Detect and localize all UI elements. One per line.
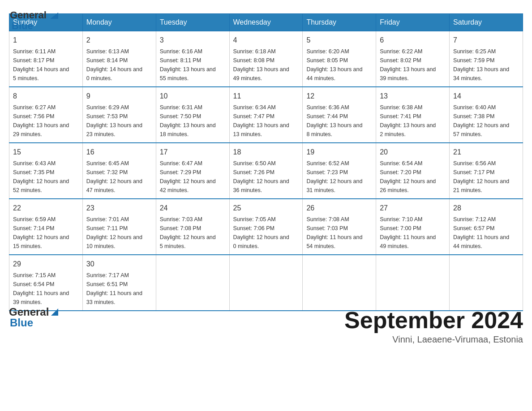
day-number: 17 [160,147,226,158]
calendar-day-cell: 14Sunrise: 6:40 AMSunset: 7:38 PMDayligh… [450,87,523,143]
calendar-day-cell [376,255,450,311]
calendar-day-cell: 11Sunrise: 6:34 AMSunset: 7:47 PMDayligh… [229,87,303,143]
calendar-table: SundayMondayTuesdayWednesdayThursdayFrid… [9,13,523,311]
logo-triangle-icon [49,11,59,21]
location-subtitle: Vinni, Laeaene-Virumaa, Estonia [344,334,523,345]
calendar-day-cell: 15Sunrise: 6:43 AMSunset: 7:35 PMDayligh… [9,143,83,199]
day-number: 9 [86,91,152,102]
day-number: 21 [453,147,519,158]
day-number: 15 [13,147,79,158]
calendar-day-cell: 29Sunrise: 7:15 AMSunset: 6:54 PMDayligh… [9,255,83,311]
svg-marker-2 [51,308,58,316]
calendar-day-cell: 2Sunrise: 6:13 AMSunset: 8:14 PMDaylight… [82,31,156,87]
day-number: 23 [86,203,152,214]
day-info: Sunrise: 7:01 AMSunset: 7:11 PMDaylight:… [86,215,152,251]
calendar-day-cell: 10Sunrise: 6:31 AMSunset: 7:50 PMDayligh… [156,87,229,143]
calendar-day-cell: 30Sunrise: 7:17 AMSunset: 6:51 PMDayligh… [82,255,156,311]
day-info: Sunrise: 6:27 AMSunset: 7:56 PMDaylight:… [13,103,79,139]
calendar-day-cell: 24Sunrise: 7:03 AMSunset: 7:08 PMDayligh… [156,199,229,255]
calendar-day-cell: 7Sunrise: 6:25 AMSunset: 7:59 PMDaylight… [450,31,523,87]
calendar-day-cell: 8Sunrise: 6:27 AMSunset: 7:56 PMDaylight… [9,87,83,143]
day-number: 7 [453,35,519,46]
calendar-day-cell: 16Sunrise: 6:45 AMSunset: 7:32 PMDayligh… [82,143,156,199]
logo-text-group: General Blue [10,10,59,31]
day-info: Sunrise: 7:05 AMSunset: 7:06 PMDaylight:… [233,215,299,251]
day-info: Sunrise: 6:43 AMSunset: 7:35 PMDaylight:… [13,159,79,195]
day-number: 20 [380,147,446,158]
day-info: Sunrise: 6:18 AMSunset: 8:08 PMDaylight:… [233,47,299,83]
logo-group: General Blue [10,10,59,31]
day-info: Sunrise: 6:45 AMSunset: 7:32 PMDaylight:… [86,159,152,195]
day-info: Sunrise: 6:29 AMSunset: 7:53 PMDaylight:… [86,103,152,139]
main-title: September 2024 [344,307,523,334]
calendar-day-cell [156,255,229,311]
calendar-header: SundayMondayTuesdayWednesdayThursdayFrid… [9,14,523,31]
day-number: 27 [380,203,446,214]
svg-marker-1 [50,13,58,19]
day-info: Sunrise: 6:54 AMSunset: 7:20 PMDaylight:… [380,159,446,195]
day-info: Sunrise: 6:56 AMSunset: 7:17 PMDaylight:… [453,159,519,195]
day-number: 25 [233,203,299,214]
day-number: 8 [13,91,79,102]
day-info: Sunrise: 7:12 AMSunset: 6:57 PMDaylight:… [453,215,519,251]
day-number: 3 [160,35,226,46]
calendar-week-row: 29Sunrise: 7:15 AMSunset: 6:54 PMDayligh… [9,255,523,311]
page-top: General Blue September 2024 Vinni, Laeae… [9,307,523,345]
weekday-header-monday: Monday [82,14,156,31]
calendar-day-cell [229,255,303,311]
day-info: Sunrise: 7:15 AMSunset: 6:54 PMDaylight:… [13,271,79,307]
calendar-week-row: 22Sunrise: 6:59 AMSunset: 7:14 PMDayligh… [9,199,523,255]
day-number: 18 [233,147,299,158]
weekday-header-saturday: Saturday [450,14,523,31]
day-info: Sunrise: 6:34 AMSunset: 7:47 PMDaylight:… [233,103,299,139]
day-number: 5 [306,35,372,46]
weekday-header-friday: Friday [376,14,450,31]
calendar-day-cell: 23Sunrise: 7:01 AMSunset: 7:11 PMDayligh… [82,199,156,255]
day-number: 6 [380,35,446,46]
day-info: Sunrise: 7:03 AMSunset: 7:08 PMDaylight:… [160,215,226,251]
weekday-header-thursday: Thursday [303,14,376,31]
logo-render: General Blue [9,307,59,328]
calendar-day-cell: 21Sunrise: 6:56 AMSunset: 7:17 PMDayligh… [450,143,523,199]
calendar-day-cell [450,255,523,311]
calendar-day-cell: 19Sunrise: 6:52 AMSunset: 7:23 PMDayligh… [303,143,376,199]
day-info: Sunrise: 6:36 AMSunset: 7:44 PMDaylight:… [306,103,372,139]
title-area: September 2024 Vinni, Laeaene-Virumaa, E… [344,307,523,345]
calendar-day-cell: 9Sunrise: 6:29 AMSunset: 7:53 PMDaylight… [82,87,156,143]
day-info: Sunrise: 6:13 AMSunset: 8:14 PMDaylight:… [86,47,152,83]
day-info: Sunrise: 6:25 AMSunset: 7:59 PMDaylight:… [453,47,519,83]
day-info: Sunrise: 6:50 AMSunset: 7:26 PMDaylight:… [233,159,299,195]
day-number: 14 [453,91,519,102]
day-info: Sunrise: 6:59 AMSunset: 7:14 PMDaylight:… [13,215,79,251]
weekday-header-row: SundayMondayTuesdayWednesdayThursdayFrid… [9,14,523,31]
day-info: Sunrise: 6:47 AMSunset: 7:29 PMDaylight:… [160,159,226,195]
day-number: 16 [86,147,152,158]
day-number: 10 [160,91,226,102]
day-number: 13 [380,91,446,102]
calendar-week-row: 8Sunrise: 6:27 AMSunset: 7:56 PMDaylight… [9,87,523,143]
logo-arrow-icon [50,308,59,317]
day-info: Sunrise: 6:38 AMSunset: 7:41 PMDaylight:… [380,103,446,139]
day-number: 24 [160,203,226,214]
day-number: 4 [233,35,299,46]
calendar-week-row: 1Sunrise: 6:11 AMSunset: 8:17 PMDaylight… [9,31,523,87]
day-info: Sunrise: 6:31 AMSunset: 7:50 PMDaylight:… [160,103,226,139]
day-number: 22 [13,203,79,214]
calendar-day-cell: 28Sunrise: 7:12 AMSunset: 6:57 PMDayligh… [450,199,523,255]
day-info: Sunrise: 6:40 AMSunset: 7:38 PMDaylight:… [453,103,519,139]
day-info: Sunrise: 7:17 AMSunset: 6:51 PMDaylight:… [86,271,152,307]
day-info: Sunrise: 6:52 AMSunset: 7:23 PMDaylight:… [306,159,372,195]
day-number: 26 [306,203,372,214]
day-info: Sunrise: 6:20 AMSunset: 8:05 PMDaylight:… [306,47,372,83]
logo-blue-text: Blue [9,317,59,328]
day-info: Sunrise: 6:16 AMSunset: 8:11 PMDaylight:… [160,47,226,83]
calendar-day-cell: 22Sunrise: 6:59 AMSunset: 7:14 PMDayligh… [9,199,83,255]
logo-blue: Blue [12,21,33,31]
logo-container: General Blue [10,10,59,31]
calendar-day-cell: 12Sunrise: 6:36 AMSunset: 7:44 PMDayligh… [303,87,376,143]
logo-general-text: General [9,307,49,317]
day-number: 11 [233,91,299,102]
calendar-day-cell: 4Sunrise: 6:18 AMSunset: 8:08 PMDaylight… [229,31,303,87]
calendar-day-cell [303,255,376,311]
day-number: 19 [306,147,372,158]
